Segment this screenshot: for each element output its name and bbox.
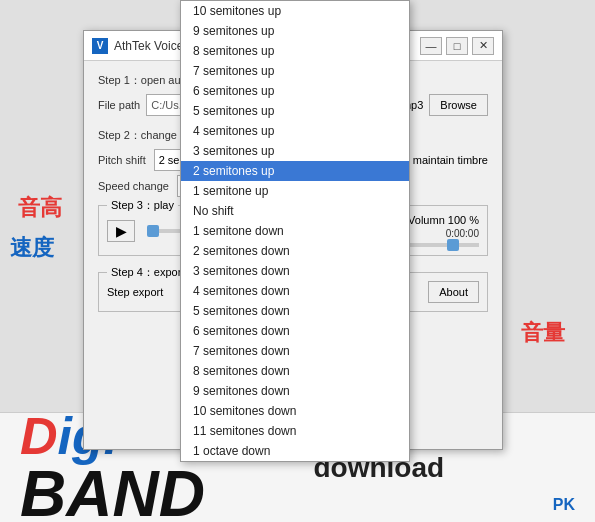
playback-thumb[interactable]: [147, 225, 159, 237]
annotation-volume: 音量: [521, 318, 565, 348]
minimize-button[interactable]: —: [420, 37, 442, 55]
time-display: 0:00:00: [446, 228, 479, 239]
close-button[interactable]: ✕: [472, 37, 494, 55]
volume-label: Volumn 100 %: [408, 214, 479, 226]
dropdown-item-16[interactable]: 6 semitones down: [181, 321, 409, 341]
dropdown-item-19[interactable]: 9 semitones down: [181, 381, 409, 401]
dropdown-item-17[interactable]: 7 semitones down: [181, 341, 409, 361]
dropdown-item-14[interactable]: 4 semitones down: [181, 281, 409, 301]
dropdown-item-8[interactable]: 2 semitones up: [181, 161, 409, 181]
play-button[interactable]: ▶: [107, 220, 135, 242]
dropdown-item-0[interactable]: 10 semitones up: [181, 1, 409, 21]
browse-button[interactable]: Browse: [429, 94, 488, 116]
file-path-label: File path: [98, 99, 140, 111]
pitch-dropdown: 10 semitones up9 semitones up8 semitones…: [180, 0, 410, 462]
dropdown-item-2[interactable]: 8 semitones up: [181, 41, 409, 61]
speed-change-label: Speed change: [98, 180, 169, 192]
annotation-high: 音高: [18, 193, 62, 223]
volume-thumb[interactable]: [447, 239, 459, 251]
dropdown-item-1[interactable]: 9 semitones up: [181, 21, 409, 41]
dropdown-item-7[interactable]: 3 semitones up: [181, 141, 409, 161]
step3-label: Step 3：play: [107, 198, 178, 213]
dropdown-item-9[interactable]: 1 semitone up: [181, 181, 409, 201]
dropdown-item-11[interactable]: 1 semitone down: [181, 221, 409, 241]
step-export-label: Step export: [107, 286, 163, 298]
banner-pk: PK: [553, 496, 575, 522]
dropdown-item-18[interactable]: 8 semitones down: [181, 361, 409, 381]
maximize-button[interactable]: □: [446, 37, 468, 55]
dropdown-item-21[interactable]: 11 semitones down: [181, 421, 409, 441]
annotation-speed: 速度: [10, 233, 54, 263]
pitch-shift-label: Pitch shift: [98, 154, 146, 166]
dropdown-item-22[interactable]: 1 octave down: [181, 441, 409, 461]
volume-slider[interactable]: [399, 243, 479, 247]
about-button[interactable]: About: [428, 281, 479, 303]
dropdown-item-13[interactable]: 3 semitones down: [181, 261, 409, 281]
banner-band: BAND: [20, 462, 205, 523]
dropdown-item-3[interactable]: 7 semitones up: [181, 61, 409, 81]
dropdown-item-12[interactable]: 2 semitones down: [181, 241, 409, 261]
maintain-timbre-label: maintain timbre: [413, 154, 488, 166]
dropdown-item-5[interactable]: 5 semitones up: [181, 101, 409, 121]
dropdown-item-20[interactable]: 10 semitones down: [181, 401, 409, 421]
dropdown-item-6[interactable]: 4 semitones up: [181, 121, 409, 141]
dropdown-item-10[interactable]: No shift: [181, 201, 409, 221]
dropdown-item-4[interactable]: 6 semitones up: [181, 81, 409, 101]
dropdown-item-15[interactable]: 5 semitones down: [181, 301, 409, 321]
step4-label: Step 4：export: [107, 265, 188, 280]
app-icon: V: [92, 38, 108, 54]
